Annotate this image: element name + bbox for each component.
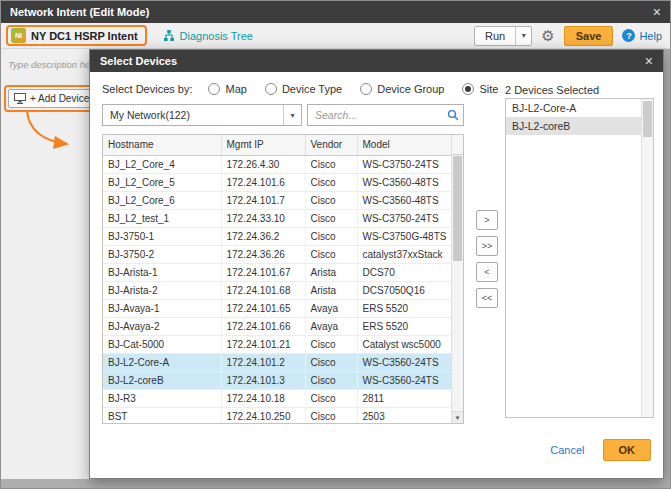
window-title: Network Intent (Edit Mode) xyxy=(10,6,653,18)
scrollbar-thumb[interactable] xyxy=(643,101,652,137)
device-row[interactable]: BJ-Avaya-1172.24.101.65AvayaERS 5520 xyxy=(103,299,452,317)
device-table-body: BJ_L2_Core_4172.26.4.30CiscoWS-C3750-24T… xyxy=(103,155,452,424)
device-row[interactable]: BJ-R3172.24.10.18Cisco2811 xyxy=(103,389,452,407)
selected-device-item[interactable]: BJ-L2-Core-A xyxy=(506,99,641,117)
device-cell: BJ_L2_Core_5 xyxy=(103,173,221,191)
device-row[interactable]: BJ_L2_Core_4172.26.4.30CiscoWS-C3750-24T… xyxy=(103,155,452,173)
radio-circle[interactable] xyxy=(360,83,372,95)
device-cell: BJ-L2-coreB xyxy=(103,371,221,389)
device-row[interactable]: BJ_L2_Core_6172.24.101.7CiscoWS-C3560-48… xyxy=(103,191,452,209)
radio-device-group[interactable]: Device Group xyxy=(360,83,444,95)
ok-button[interactable]: OK xyxy=(603,439,652,461)
radio-circle[interactable] xyxy=(265,83,277,95)
move-right-button[interactable]: > xyxy=(476,210,498,230)
description-input[interactable]: Type description here... xyxy=(8,59,89,70)
device-cell: 2811 xyxy=(357,389,452,407)
selected-devices-list: BJ-L2-Core-ABJ-L2-coreB xyxy=(506,99,641,135)
column-header[interactable]: Mgmt IP xyxy=(221,135,305,155)
add-device-label: + Add Device xyxy=(30,93,89,104)
toolbar-right: Run ▾ ⚙ Save ? Help xyxy=(474,26,665,46)
selected-list-scrollbar[interactable] xyxy=(641,99,653,417)
device-cell: BJ-Avaya-1 xyxy=(103,299,221,317)
settings-gear-icon[interactable]: ⚙ xyxy=(541,27,554,45)
device-cell: BJ-3750-1 xyxy=(103,227,221,245)
device-cell: Cisco xyxy=(305,371,357,389)
device-row[interactable]: BJ-3750-2172.24.36.26Ciscocatalyst37xxSt… xyxy=(103,245,452,263)
device-icon xyxy=(14,93,26,104)
radio-map[interactable]: Map xyxy=(208,83,246,95)
device-row[interactable]: BST172.24.10.250Cisco2503 xyxy=(103,407,452,424)
device-cell: Arista xyxy=(305,263,357,281)
diagnosis-tree-button[interactable]: Diagnosis Tree xyxy=(163,30,253,42)
radio-group: MapDevice TypeDevice GroupSite xyxy=(208,83,498,95)
device-row[interactable]: BJ-3750-1172.24.36.2CiscoWS-C3750G-48TS xyxy=(103,227,452,245)
device-cell: WS-C3750-24TS xyxy=(357,155,452,173)
device-row[interactable]: BJ_L2_Core_5172.24.101.6CiscoWS-C3560-48… xyxy=(103,173,452,191)
device-cell: Catalyst wsc5000 xyxy=(357,335,452,353)
help-label: Help xyxy=(639,30,662,42)
device-cell: Avaya xyxy=(305,317,357,335)
device-cell: Avaya xyxy=(305,299,357,317)
device-cell: WS-C3750-24TS xyxy=(357,209,452,227)
device-cell: Arista xyxy=(305,281,357,299)
diagnosis-tree-label: Diagnosis Tree xyxy=(180,30,253,42)
device-cell: 172.24.10.18 xyxy=(221,389,305,407)
save-button[interactable]: Save xyxy=(564,26,614,46)
device-table-header-row: HostnameMgmt IPVendorModel xyxy=(103,135,452,155)
radio-circle[interactable] xyxy=(462,83,474,95)
network-scope-dropdown[interactable]: My Network(122) ▾ xyxy=(102,104,302,126)
intent-name[interactable]: NY DC1 HSRP Intent xyxy=(31,30,138,42)
table-scrollbar[interactable]: ▼ xyxy=(451,155,463,423)
window-titlebar: Network Intent (Edit Mode) × xyxy=(1,1,670,23)
dialog-footer: Cancel OK xyxy=(550,439,651,461)
device-cell: 172.24.101.21 xyxy=(221,335,305,353)
diagnosis-tree-icon xyxy=(163,30,175,42)
radio-label: Device Type xyxy=(282,83,342,95)
scroll-down-icon[interactable]: ▼ xyxy=(452,411,463,423)
radio-circle[interactable] xyxy=(208,83,220,95)
cancel-button[interactable]: Cancel xyxy=(550,444,584,456)
device-cell: 172.24.101.66 xyxy=(221,317,305,335)
device-cell: BJ-Arista-1 xyxy=(103,263,221,281)
search-placeholder: Search... xyxy=(308,109,443,121)
device-table: HostnameMgmt IPVendorModel BJ_L2_Core_41… xyxy=(102,134,464,424)
device-row[interactable]: BJ_L2_test_1172.24.33.10CiscoWS-C3750-24… xyxy=(103,209,452,227)
scrollbar-thumb[interactable] xyxy=(453,156,462,261)
search-icon[interactable] xyxy=(443,109,463,121)
move-all-left-button[interactable]: << xyxy=(476,288,498,308)
device-cell: BJ-R3 xyxy=(103,389,221,407)
run-button[interactable]: Run xyxy=(475,27,515,45)
device-cell: Cisco xyxy=(305,209,357,227)
radio-site[interactable]: Site xyxy=(462,83,498,95)
help-button[interactable]: ? Help xyxy=(622,29,662,42)
column-header[interactable]: Model xyxy=(357,135,452,155)
device-row[interactable]: BJ-Avaya-2172.24.101.66AvayaERS 5520 xyxy=(103,317,452,335)
intent-canvas: Type description here... + Add Device xyxy=(1,49,89,479)
device-row[interactable]: BJ-L2-Core-A172.24.101.2CiscoWS-C3560-24… xyxy=(103,353,452,371)
device-cell: BJ_L2_Core_6 xyxy=(103,191,221,209)
run-dropdown-caret-icon[interactable]: ▾ xyxy=(515,27,531,45)
device-row[interactable]: BJ-L2-coreB172.24.101.3CiscoWS-C3560-24T… xyxy=(103,371,452,389)
device-search-input[interactable]: Search... xyxy=(307,104,464,126)
device-cell: 172.24.101.3 xyxy=(221,371,305,389)
device-cell: 172.24.33.10 xyxy=(221,209,305,227)
move-left-button[interactable]: < xyxy=(476,262,498,282)
selected-device-item[interactable]: BJ-L2-coreB xyxy=(506,117,641,135)
window-close-icon[interactable]: × xyxy=(653,5,661,19)
add-device-button[interactable]: + Add Device xyxy=(8,89,89,108)
dialog-close-icon[interactable]: × xyxy=(645,54,653,68)
device-row[interactable]: BJ-Cat-5000172.24.101.21CiscoCatalyst ws… xyxy=(103,335,452,353)
device-cell: WS-C3560-48TS xyxy=(357,191,452,209)
device-row[interactable]: BJ-Arista-2172.24.101.68AristaDCS7050Q16 xyxy=(103,281,452,299)
device-cell: 172.26.4.30 xyxy=(221,155,305,173)
dropdown-caret-icon[interactable]: ▾ xyxy=(283,105,301,125)
column-header[interactable]: Vendor xyxy=(305,135,357,155)
device-cell: catalyst37xxStack xyxy=(357,245,452,263)
radio-device-type[interactable]: Device Type xyxy=(265,83,342,95)
device-cell: 172.24.36.2 xyxy=(221,227,305,245)
dialog-titlebar: Select Devices × xyxy=(90,50,663,72)
run-button-group: Run ▾ xyxy=(474,26,532,46)
move-all-right-button[interactable]: >> xyxy=(476,236,498,256)
column-header[interactable]: Hostname xyxy=(103,135,221,155)
device-row[interactable]: BJ-Arista-1172.24.101.67AristaDCS70 xyxy=(103,263,452,281)
